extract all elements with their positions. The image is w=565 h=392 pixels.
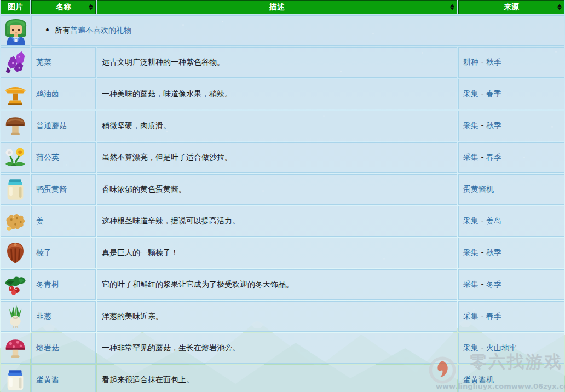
item-name-link[interactable]: 鸡油菌: [36, 89, 59, 98]
caroline-avatar[interactable]: [1, 16, 30, 45]
common-mushroom-icon[interactable]: [3, 113, 28, 139]
item-name-cell: 鸡油菌: [31, 79, 96, 109]
source-separator: -: [478, 57, 486, 66]
item-source-cell: 采集 - 秋季: [458, 238, 564, 268]
source-link[interactable]: 采集: [463, 343, 478, 352]
item-name-link[interactable]: 榛子: [36, 248, 51, 257]
column-header-description[interactable]: 描述: [97, 0, 457, 14]
item-name-cell: 榛子: [31, 238, 96, 268]
item-description-cell: 它的叶子和鲜红的浆果让它成为了极受欢迎的冬天饰品。: [97, 269, 457, 300]
source-link[interactable]: 蛋黄酱机: [463, 185, 494, 193]
item-description: 远古文明广泛耕种的一种紫色谷物。: [102, 57, 224, 66]
source-link[interactable]: 秋季: [486, 121, 501, 130]
source-link[interactable]: 采集: [463, 89, 478, 98]
source-link[interactable]: 冬季: [486, 280, 501, 289]
column-header-label: 来源: [504, 2, 519, 11]
magma-cap-icon[interactable]: [3, 336, 28, 361]
item-name-link[interactable]: 普通蘑菇: [36, 121, 67, 130]
item-name-cell: 熔岩菇: [31, 333, 96, 364]
item-name-link[interactable]: 姜: [36, 216, 44, 225]
source-link[interactable]: 春季: [486, 153, 501, 162]
item-name-cell: 冬青树: [31, 269, 96, 300]
holly-icon[interactable]: [3, 272, 28, 297]
sort-icon[interactable]: [89, 4, 93, 10]
item-name-link[interactable]: 熔岩菇: [36, 343, 59, 352]
item-source-cell: 采集 - 秋季: [458, 111, 564, 141]
item-name-link[interactable]: 苋菜: [36, 57, 51, 66]
item-description-cell: 远古文明广泛耕种的一种紫色谷物。: [97, 47, 457, 78]
table-row: 榛子 真是巨大的一颗榛子！ 采集 - 秋季: [1, 238, 564, 268]
item-name-link[interactable]: 韭葱: [36, 312, 51, 320]
item-name-link[interactable]: 蒲公英: [36, 153, 59, 162]
item-image-cell: [1, 238, 30, 268]
gift-table: 图片 名称 描述 来源 •所有普遍不喜欢的礼物: [0, 0, 565, 392]
item-name-link[interactable]: 冬青树: [36, 280, 59, 289]
item-name-cell: 普通蘑菇: [31, 111, 96, 141]
item-image-cell: [1, 365, 30, 392]
source-separator: -: [478, 153, 486, 162]
sort-icon[interactable]: [450, 4, 454, 10]
column-header-image: 图片: [1, 0, 30, 14]
item-image-cell: [1, 206, 30, 237]
item-description: 它的叶子和鲜红的浆果让它成为了极受欢迎的冬天饰品。: [102, 280, 293, 289]
source-link[interactable]: 蛋黄酱机: [463, 375, 494, 384]
mayonnaise-icon[interactable]: [3, 367, 28, 392]
source-link[interactable]: 春季: [486, 312, 501, 320]
column-header-source[interactable]: 来源: [458, 0, 564, 14]
source-link[interactable]: 火山地牢: [486, 343, 517, 352]
source-separator: -: [478, 216, 486, 225]
source-link[interactable]: 耕种: [463, 57, 478, 66]
amaranth-icon[interactable]: [3, 50, 28, 75]
universal-dislikes-link[interactable]: 普遍不喜欢的礼物: [70, 26, 131, 34]
source-link[interactable]: 春季: [486, 89, 501, 98]
item-description: 看起来很适合抹在面包上。: [102, 375, 194, 384]
column-header-label: 图片: [8, 2, 23, 11]
item-description: 真是巨大的一颗榛子！: [102, 248, 178, 257]
hazelnut-icon[interactable]: [3, 240, 28, 266]
item-description: 这种根茎味道辛辣，据说可以提高活力。: [102, 216, 240, 225]
item-name-link[interactable]: 鸭蛋黄酱: [36, 185, 67, 193]
column-header-name[interactable]: 名称: [31, 0, 96, 14]
source-link[interactable]: 采集: [463, 216, 478, 225]
item-image-cell: [1, 174, 30, 205]
item-source-cell: 耕种 - 秋季: [458, 47, 564, 78]
item-description-cell: 稍微坚硬，肉质滑。: [97, 111, 457, 141]
source-link[interactable]: 采集: [463, 312, 478, 320]
bullet-marker: •: [45, 26, 50, 34]
dandelion-icon[interactable]: [3, 145, 28, 170]
table-row: 蒲公英 虽然不算漂亮，但是叶子适合做沙拉。 采集 - 春季: [1, 142, 564, 173]
item-name-cell: 韭葱: [31, 301, 96, 332]
item-name-cell: 蛋黄酱: [31, 365, 96, 392]
item-description-cell: 一种美味的蘑菇，味道像水果，稍辣。: [97, 79, 457, 109]
item-source-cell: 蛋黄酱机: [458, 174, 564, 205]
table-row: 冬青树 它的叶子和鲜红的浆果让它成为了极受欢迎的冬天饰品。 采集 - 冬季: [1, 269, 564, 300]
source-separator: -: [478, 121, 486, 130]
column-header-label: 名称: [56, 2, 71, 11]
item-name-link[interactable]: 蛋黄酱: [36, 375, 59, 384]
item-description-cell: 这种根茎味道辛辣，据说可以提高活力。: [97, 206, 457, 237]
item-description-cell: 虽然不算漂亮，但是叶子适合做沙拉。: [97, 142, 457, 173]
source-link[interactable]: 采集: [463, 153, 478, 162]
sort-icon[interactable]: [557, 4, 562, 10]
source-link[interactable]: 秋季: [486, 248, 501, 257]
item-name-cell: 蒲公英: [31, 142, 96, 173]
ginger-icon[interactable]: [3, 209, 28, 234]
item-image-cell: [1, 79, 30, 109]
item-description: 一种美味的蘑菇，味道像水果，稍辣。: [102, 89, 232, 98]
source-link[interactable]: 采集: [463, 280, 478, 289]
leek-icon[interactable]: [3, 304, 28, 329]
source-link[interactable]: 采集: [463, 121, 478, 130]
item-description: 虽然不算漂亮，但是叶子适合做沙拉。: [102, 153, 232, 162]
intro-text: 所有: [55, 26, 70, 34]
item-source-cell: 采集 - 春季: [458, 301, 564, 332]
item-image-cell: [1, 333, 30, 364]
source-link[interactable]: 采集: [463, 248, 478, 257]
duck-mayonnaise-icon[interactable]: [3, 177, 28, 202]
item-image-cell: [1, 111, 30, 141]
item-source-cell: 蛋黄酱机: [458, 365, 564, 392]
source-link[interactable]: 姜岛: [486, 216, 501, 225]
source-separator: -: [478, 280, 486, 289]
source-link[interactable]: 秋季: [486, 57, 501, 66]
chanterelle-icon[interactable]: [3, 82, 28, 107]
table-row: 鸭蛋黄酱 香味浓郁的黄色蛋黄酱。 蛋黄酱机: [1, 174, 564, 205]
